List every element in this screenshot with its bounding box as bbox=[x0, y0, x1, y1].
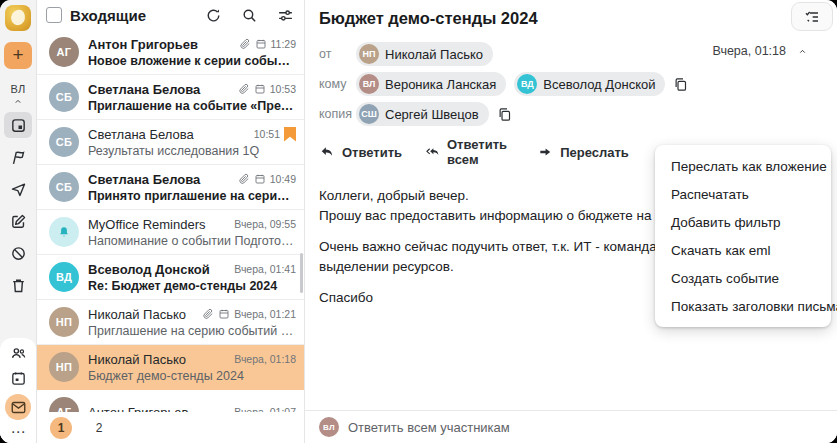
email-subject: Re: Бюджет демо-стенды 2024 bbox=[88, 279, 296, 293]
event-icon bbox=[255, 38, 267, 50]
search-icon[interactable] bbox=[241, 7, 258, 24]
calendar-app-icon[interactable] bbox=[10, 370, 27, 387]
menu-item-print[interactable]: Распечатать bbox=[655, 180, 831, 208]
avatar: НП bbox=[359, 44, 379, 64]
copy-recipients-icon[interactable] bbox=[497, 107, 512, 122]
reminder-bell-avatar bbox=[49, 217, 79, 247]
email-row[interactable]: ВД Всеволод Донской Вчера, 01:41 Re: Бюд… bbox=[37, 255, 304, 300]
email-row[interactable]: СБ Светлана Белова 10:51 Результаты иссл… bbox=[37, 120, 304, 165]
avatar: ВЛ bbox=[319, 417, 339, 437]
avatar: ВД bbox=[49, 262, 79, 292]
cc-label: копия bbox=[319, 107, 356, 121]
folder-sent-icon[interactable] bbox=[4, 176, 32, 202]
refresh-icon[interactable] bbox=[205, 7, 222, 24]
tasks-panel-tab[interactable] bbox=[791, 2, 833, 31]
mail-app-icon[interactable] bbox=[5, 394, 31, 420]
email-subject: Бюджет демо-стенды 2024 bbox=[88, 369, 296, 383]
email-row[interactable]: АГ Антон Григорьев Вчера, 01:07 bbox=[37, 390, 304, 412]
event-icon bbox=[254, 83, 266, 95]
avatar: ВД bbox=[517, 74, 537, 94]
folder-drafts-icon[interactable] bbox=[4, 208, 32, 234]
attachment-icon bbox=[202, 308, 214, 320]
contact-chip[interactable]: ВД Всеволод Донской bbox=[514, 72, 665, 96]
email-time: Вчера, 01:18 bbox=[234, 353, 296, 365]
menu-item-add-filter[interactable]: Добавить фильтр bbox=[655, 208, 831, 236]
sender-name: Светлана Белова bbox=[88, 172, 233, 187]
sender-name: Светлана Белова bbox=[88, 82, 233, 97]
event-icon bbox=[254, 173, 266, 185]
folder-spam-icon[interactable] bbox=[4, 240, 32, 266]
attachment-icon bbox=[238, 83, 250, 95]
avatar: НП bbox=[49, 307, 79, 337]
menu-item-download-eml[interactable]: Скачать как eml bbox=[655, 236, 831, 264]
avatar: ВЛ bbox=[359, 74, 379, 94]
to-label: кому bbox=[319, 77, 356, 91]
app-logo-icon bbox=[5, 5, 31, 31]
folder-inbox-icon[interactable] bbox=[4, 112, 32, 138]
quick-reply-bar[interactable]: ВЛ Ответить всем участникам bbox=[305, 410, 837, 443]
email-row[interactable]: MyOffice Reminders Вчера, 09:55 Напомина… bbox=[37, 210, 304, 255]
email-row[interactable]: НП Николай Пасько Вчера, 01:21 Приглашен… bbox=[37, 300, 304, 345]
filter-sliders-icon[interactable] bbox=[277, 7, 294, 24]
mail-app-window: + ВЛ bbox=[0, 0, 837, 443]
email-time: 11:29 bbox=[271, 38, 297, 50]
contacts-app-icon[interactable] bbox=[9, 345, 28, 362]
avatar: АГ bbox=[49, 37, 79, 67]
sender-name: Антон Григорьев bbox=[88, 405, 229, 413]
email-time: 10:53 bbox=[270, 83, 296, 95]
contact-chip[interactable]: СШ Сергей Швецов bbox=[356, 102, 489, 126]
sender-name: MyOffice Reminders bbox=[88, 217, 229, 232]
page-1-button[interactable]: 1 bbox=[50, 417, 72, 439]
message-date: Вчера, 01:18 bbox=[712, 44, 786, 58]
email-time: Вчера, 01:41 bbox=[234, 263, 296, 275]
forward-icon bbox=[537, 145, 553, 159]
email-time: Вчера, 09:55 bbox=[234, 218, 296, 230]
email-row-selected[interactable]: НП Николай Пасько Вчера, 01:18 Бюджет де… bbox=[37, 345, 304, 390]
avatar: СБ bbox=[49, 172, 79, 202]
menu-item-show-headers[interactable]: Показать заголовки письма bbox=[655, 292, 831, 320]
sender-name: Светлана Белова bbox=[88, 127, 249, 142]
avatar: АГ bbox=[49, 397, 79, 412]
quick-reply-placeholder: Ответить всем участникам bbox=[348, 420, 510, 435]
contact-chip[interactable]: НП Николай Пасько bbox=[356, 42, 493, 66]
collapse-header-icon[interactable] bbox=[796, 47, 809, 56]
folder-trash-icon[interactable] bbox=[4, 272, 32, 298]
menu-item-forward-as-attachment[interactable]: Переслать как вложение bbox=[655, 152, 831, 180]
app-switcher: ⋯ bbox=[0, 338, 36, 443]
flag-bookmark-icon bbox=[284, 127, 296, 142]
avatar: НП bbox=[49, 352, 79, 382]
menu-item-create-event[interactable]: Создать событие bbox=[655, 264, 831, 292]
collapse-account-icon[interactable] bbox=[11, 97, 25, 106]
email-rows: АГ Антон Григорьев 11:29 Новое вложение … bbox=[37, 30, 304, 412]
email-subject: Принято приглашение на серию событий «… bbox=[88, 189, 296, 203]
email-time: 10:49 bbox=[270, 173, 296, 185]
email-row[interactable]: АГ Антон Григорьев 11:29 Новое вложение … bbox=[37, 30, 304, 75]
compose-new-button[interactable]: + bbox=[4, 42, 32, 69]
sender-name: Николай Пасько bbox=[88, 352, 229, 367]
email-subject: Приглашение на серию событий «Демо стен… bbox=[88, 324, 296, 338]
select-all-checkbox[interactable] bbox=[46, 7, 62, 23]
copy-recipients-icon[interactable] bbox=[673, 77, 688, 92]
from-label: от bbox=[319, 47, 356, 61]
attachment-icon bbox=[239, 38, 251, 50]
avatar: СБ bbox=[49, 127, 79, 157]
list-header: Входящие bbox=[37, 0, 304, 30]
avatar: СБ bbox=[49, 82, 79, 112]
email-subject: Результаты исследования 1Q bbox=[88, 144, 296, 158]
email-subject: Приглашение на событие «Предварительно… bbox=[88, 99, 296, 113]
email-row[interactable]: СБ Светлана Белова 10:53 Приглашение на … bbox=[37, 75, 304, 120]
reply-button[interactable]: Ответить bbox=[319, 145, 402, 160]
reply-all-button[interactable]: Ответить всем bbox=[426, 137, 513, 167]
folder-flagged-icon[interactable] bbox=[4, 144, 32, 170]
message-header: Вчера, 01:18 от НП Николай Пасько кому В… bbox=[305, 28, 837, 126]
message-list-panel: Входящие АГ Антон Григорьев bbox=[37, 0, 305, 443]
email-row[interactable]: СБ Светлана Белова 10:49 Принято приглаш… bbox=[37, 165, 304, 210]
avatar: СШ bbox=[359, 104, 379, 124]
pagination: 1 2 bbox=[37, 412, 304, 443]
page-2-button[interactable]: 2 bbox=[88, 417, 110, 439]
contact-chip[interactable]: ВЛ Вероника Ланская bbox=[356, 72, 506, 96]
forward-button[interactable]: Переслать bbox=[537, 145, 629, 160]
more-apps-icon[interactable]: ⋯ bbox=[11, 425, 26, 439]
list-scrollbar[interactable] bbox=[300, 253, 303, 293]
account-initials[interactable]: ВЛ bbox=[10, 83, 25, 95]
